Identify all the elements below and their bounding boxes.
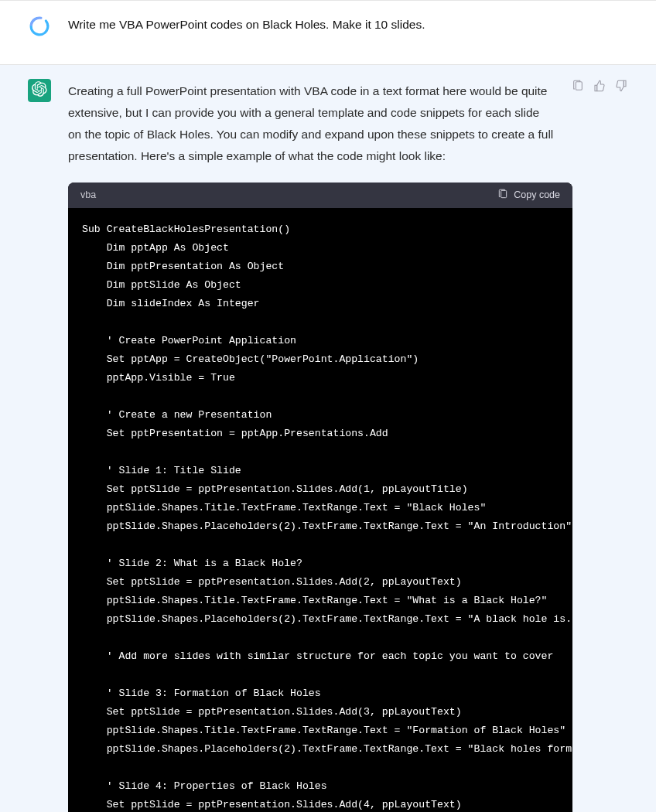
user-message-text: Write me VBA PowerPoint codes on Black H… [68, 16, 628, 33]
code-block: vba Copy code Sub CreateBlackHolesPresen… [68, 183, 572, 812]
code-header: vba Copy code [68, 183, 572, 208]
message-actions [571, 79, 628, 812]
user-avatar [28, 15, 51, 38]
thumbs-up-icon [593, 80, 606, 95]
clipboard-icon [497, 189, 508, 202]
svg-rect-3 [576, 82, 582, 90]
assistant-avatar [28, 79, 51, 102]
copy-message-button[interactable] [571, 80, 585, 94]
assistant-intro-text: Creating a full PowerPoint presentation … [68, 80, 554, 167]
copy-code-button[interactable]: Copy code [497, 189, 560, 202]
svg-rect-2 [501, 190, 507, 197]
thumbs-down-icon [615, 80, 627, 95]
copy-code-label: Copy code [514, 189, 560, 200]
code-language-label: vba [80, 189, 96, 200]
thumbs-up-button[interactable] [593, 80, 606, 94]
clipboard-icon [572, 80, 584, 95]
thumbs-down-button[interactable] [614, 80, 628, 94]
assistant-avatar-icon [32, 81, 47, 100]
code-content[interactable]: Sub CreateBlackHolesPresentation() Dim p… [68, 208, 572, 812]
user-message: Write me VBA PowerPoint codes on Black H… [0, 1, 656, 65]
svg-point-1 [29, 16, 49, 36]
assistant-message: Creating a full PowerPoint presentation … [0, 65, 656, 812]
user-avatar-icon [29, 15, 50, 37]
